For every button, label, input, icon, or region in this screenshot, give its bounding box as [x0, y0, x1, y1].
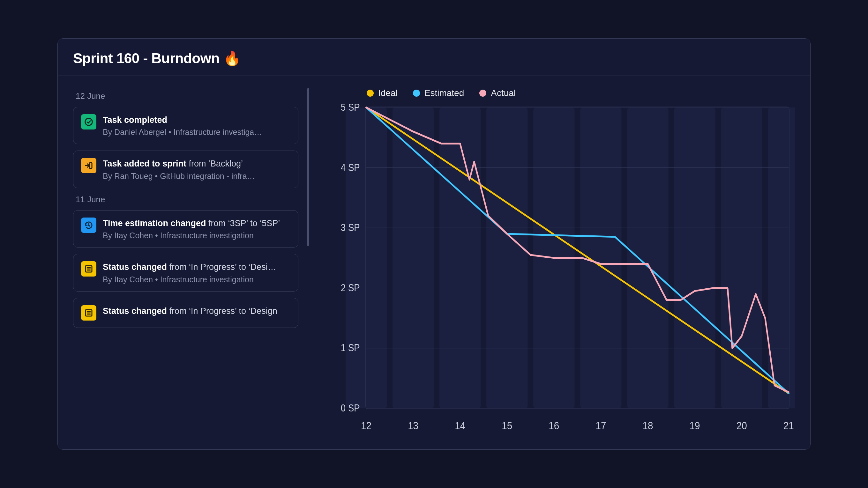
panel-title: Sprint 160 - Burndown 🔥 [73, 50, 795, 67]
burndown-chart: 5 SP4 SP3 SP2 SP1 SP0 SP1213141516171819… [329, 104, 795, 440]
activity-scrollbar[interactable] [307, 88, 309, 440]
svg-text:1 SP: 1 SP [341, 343, 360, 353]
svg-text:16: 16 [549, 420, 559, 432]
scrollbar-thumb[interactable] [307, 88, 309, 246]
activity-event-card[interactable]: Status changed from ‘In Progress’ to ‘De… [73, 254, 299, 291]
event-title: Time estimation changed from ‘3SP’ to ‘5… [103, 218, 290, 229]
activity-date-label: 12 June [75, 91, 299, 101]
burndown-panel: Sprint 160 - Burndown 🔥 12 JuneTask comp… [57, 38, 811, 450]
event-body: Task added to sprint from ‘Backlog’By Ra… [103, 158, 290, 181]
legend-item-estimated: Estimated [413, 88, 464, 98]
list-icon [81, 261, 96, 276]
event-body: Status changed from ‘In Progress’ to ‘De… [103, 305, 290, 319]
svg-rect-17 [674, 107, 715, 408]
check-circle-icon [81, 114, 96, 130]
activity-date-label: 11 June [75, 195, 299, 204]
activity-event-card[interactable]: Task added to sprint from ‘Backlog’By Ra… [73, 151, 299, 188]
event-subtitle: By Daniel Abergel • Infrastructure inves… [103, 128, 290, 137]
svg-text:5 SP: 5 SP [341, 104, 360, 112]
chart-legend: Ideal Estimated Actual [329, 88, 795, 98]
svg-rect-11 [393, 107, 434, 408]
svg-point-0 [85, 118, 93, 126]
svg-text:2 SP: 2 SP [341, 283, 360, 293]
chart-column: Ideal Estimated Actual 5 SP4 SP3 SP2 SP1… [329, 88, 795, 440]
event-subtitle: By Ran Toueg • GitHub integration - infr… [103, 172, 290, 181]
svg-text:12: 12 [361, 420, 371, 432]
svg-rect-1 [90, 163, 92, 169]
svg-text:13: 13 [408, 420, 418, 432]
panel-header: Sprint 160 - Burndown 🔥 [58, 39, 810, 76]
list-icon [81, 305, 96, 321]
activity-event-card[interactable]: Time estimation changed from ‘3SP’ to ‘5… [73, 210, 299, 248]
legend-label-estimated: Estimated [425, 88, 464, 98]
svg-text:14: 14 [455, 420, 465, 432]
svg-text:0 SP: 0 SP [341, 403, 360, 414]
event-body: Time estimation changed from ‘3SP’ to ‘5… [103, 218, 290, 240]
legend-item-actual: Actual [479, 88, 516, 98]
svg-rect-10 [346, 107, 387, 408]
event-title: Task completed [103, 114, 290, 126]
event-title: Status changed from ‘In Progress’ to ‘De… [103, 261, 290, 273]
svg-text:19: 19 [690, 420, 700, 432]
arrow-in-icon [81, 158, 96, 173]
event-body: Task completedBy Daniel Abergel • Infras… [103, 114, 290, 137]
chart-wrap: 5 SP4 SP3 SP2 SP1 SP0 SP1213141516171819… [329, 104, 795, 440]
svg-text:3 SP: 3 SP [341, 222, 360, 233]
activity-event-card[interactable]: Task completedBy Daniel Abergel • Infras… [73, 107, 299, 144]
event-body: Status changed from ‘In Progress’ to ‘De… [103, 261, 290, 284]
svg-text:20: 20 [737, 420, 747, 432]
svg-rect-12 [439, 107, 480, 408]
legend-label-ideal: Ideal [378, 88, 398, 98]
panel-body: 12 JuneTask completedBy Daniel Abergel •… [58, 76, 810, 449]
legend-dot-ideal [367, 90, 374, 97]
svg-rect-15 [580, 107, 621, 408]
svg-text:15: 15 [502, 420, 512, 432]
svg-text:21: 21 [783, 420, 794, 432]
legend-dot-estimated [413, 90, 420, 97]
legend-item-ideal: Ideal [367, 88, 398, 98]
svg-rect-16 [627, 107, 668, 408]
event-title: Task added to sprint from ‘Backlog’ [103, 158, 290, 169]
legend-label-actual: Actual [491, 88, 516, 98]
svg-text:4 SP: 4 SP [341, 162, 360, 173]
activity-list[interactable]: 12 JuneTask completedBy Daniel Abergel •… [73, 88, 307, 440]
event-subtitle: By Itay Cohen • Infrastructure investiga… [103, 275, 290, 284]
event-subtitle: By Itay Cohen • Infrastructure investiga… [103, 231, 290, 240]
event-title: Status changed from ‘In Progress’ to ‘De… [103, 305, 290, 317]
svg-text:17: 17 [595, 420, 606, 432]
legend-dot-actual [479, 90, 486, 97]
activity-event-card[interactable]: Status changed from ‘In Progress’ to ‘De… [73, 298, 299, 328]
svg-text:18: 18 [643, 420, 653, 432]
history-icon [81, 218, 96, 233]
svg-rect-13 [486, 107, 527, 408]
activity-column: 12 JuneTask completedBy Daniel Abergel •… [73, 88, 309, 440]
